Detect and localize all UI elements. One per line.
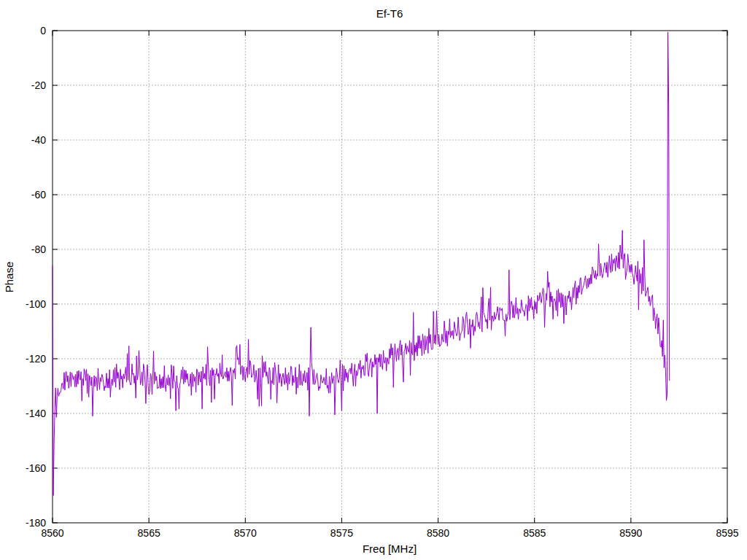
x-tick-label: 8580: [427, 527, 449, 539]
x-tick-label: 8590: [619, 527, 642, 539]
x-tick-label: 8585: [523, 527, 546, 539]
x-tick-label: 8595: [716, 527, 738, 539]
y-tick-label: -60: [31, 189, 46, 201]
phase-vs-frequency-chart: 856085658570857585808585859085950-20-40-…: [0, 0, 747, 560]
y-tick-label: -160: [26, 462, 46, 474]
y-axis-label: Phase: [3, 262, 15, 293]
x-axis-label: Freq [MHz]: [363, 542, 417, 555]
y-tick-label: -120: [26, 353, 46, 365]
y-tick-label: -20: [31, 79, 46, 91]
y-tick-label: 0: [40, 25, 46, 36]
y-tick-label: -40: [31, 134, 46, 146]
series-layer: [53, 32, 670, 496]
y-tick-label: -180: [26, 517, 46, 529]
chart-title: Ef-T6: [376, 7, 403, 20]
phase-trace: [53, 32, 670, 496]
y-tick-label: -80: [31, 244, 46, 255]
x-tick-label: 8575: [330, 527, 353, 539]
x-tick-label: 8560: [41, 527, 63, 539]
y-tick-label: -140: [26, 408, 46, 419]
tick-label-layer: 856085658570857585808585859085950-20-40-…: [26, 25, 739, 539]
y-tick-label: -100: [26, 298, 46, 310]
x-tick-label: 8565: [138, 527, 160, 539]
x-tick-label: 8570: [234, 527, 257, 539]
